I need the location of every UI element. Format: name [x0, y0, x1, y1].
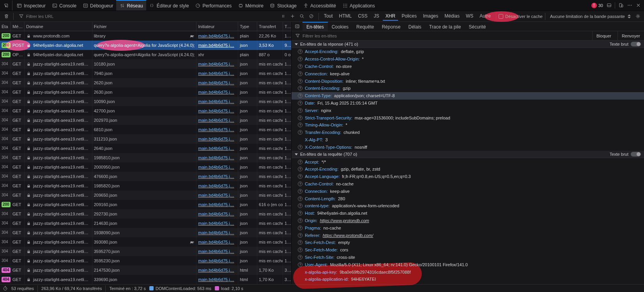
header-row[interactable]: ?Date:Fri, 15 Aug 2025 21:05:14 GMT — [292, 100, 644, 107]
initiator-label[interactable]: main.bd4b6d75.j… — [198, 277, 234, 282]
node-picker-button[interactable] — [0, 0, 12, 11]
header-row[interactable]: ?Strict-Transport-Security:max-age=31536… — [292, 114, 644, 121]
initiator-label[interactable]: main.bd4b6d75.j… — [198, 80, 234, 85]
table-row[interactable]: 200GETwww.protondb.comlibrarymain.bd4b6d… — [0, 31, 291, 41]
initiator-label[interactable]: main.bd4b6d75.j… — [198, 62, 234, 66]
header-row[interactable]: ?Pragma:no-cache — [292, 224, 644, 231]
tab-inspector[interactable]: Inspecteur — [13, 0, 49, 11]
table-row[interactable]: 304GETjazzy-starlight-aeea19.netli…42700… — [0, 106, 291, 116]
header-row[interactable]: ?User-Agent:Mozilla/5.0 (X11; Linux x86_… — [292, 261, 644, 268]
help-icon[interactable]: ? — [298, 57, 303, 61]
help-icon[interactable]: ? — [298, 123, 303, 127]
help-icon[interactable]: ? — [298, 86, 303, 91]
header-row[interactable]: ?Sec-Fetch-Site:cross-site — [292, 254, 644, 261]
column-header-2[interactable]: Domaine — [25, 22, 92, 31]
response-headers-section-header[interactable]: En-têtes de la réponse (471 o) Texte bru… — [292, 41, 644, 48]
help-icon[interactable]: ? — [298, 174, 303, 179]
initiator-label[interactable]: main.bd4b6d75.j… — [198, 202, 234, 207]
header-value[interactable]: https://www.protondb.com — [320, 218, 369, 223]
help-icon[interactable]: ? — [298, 160, 303, 164]
header-row[interactable]: ?Referer:https://www.protondb.com/ — [292, 231, 644, 239]
header-row[interactable]: ?Content-Disposition:inline; filename=a.… — [292, 77, 644, 85]
help-icon[interactable]: ? — [298, 108, 303, 113]
table-row[interactable]: 304GETjazzy-starlight-aeea19.netli…2630.… — [0, 87, 291, 97]
header-value[interactable]: https://www.protondb.com/ — [323, 233, 373, 238]
filter-mdias[interactable]: Médias — [442, 12, 462, 21]
initiator-label[interactable]: main.bd4b6d75.j… — [198, 43, 234, 48]
help-icon[interactable]: ? — [298, 211, 303, 215]
new-request-button[interactable] — [288, 12, 297, 21]
table-row[interactable]: 200OP…94he6yatei-dsn.algolia.netquery?x-… — [0, 50, 291, 59]
help-icon[interactable]: ? — [298, 116, 303, 120]
block-url-button[interactable]: Bloquer — [592, 31, 615, 40]
column-header-5[interactable]: Type — [238, 22, 257, 31]
table-row[interactable]: 304GETjazzy-starlight-aeea19.netli…6810.… — [0, 125, 291, 134]
details-tab-d-lais[interactable]: Délais — [404, 22, 425, 31]
table-row[interactable]: 304GETjazzy-starlight-aeea19.netli…10180… — [0, 59, 291, 69]
raw-toggle[interactable] — [631, 152, 641, 157]
table-row[interactable]: 304GETjazzy-starlight-aeea19.netli…31121… — [0, 134, 291, 144]
initiator-label[interactable]: main.bd4b6d75.j… — [198, 127, 234, 132]
domcontentloaded-time[interactable]: DOMContentLoaded: 563 ms — [149, 286, 211, 291]
initiator-label[interactable]: main.bd4b6d75.j… — [198, 230, 234, 235]
tab-style-editor[interactable]: {}Éditeur de style — [146, 0, 192, 11]
help-icon[interactable]: ? — [298, 49, 303, 54]
filter-css[interactable]: CSS — [355, 12, 370, 21]
table-row[interactable]: 304GETjazzy-starlight-aeea19.netli…19380… — [0, 228, 291, 237]
initiator-label[interactable]: main.bd4b6d75.j… — [198, 109, 234, 113]
header-row[interactable]: ?Access-Control-Allow-Origin:* — [292, 55, 644, 63]
details-tab-trace-de-la-pile[interactable]: Trace de la pile — [425, 22, 465, 31]
table-row[interactable]: 304GETjazzy-starlight-aeea19.netli…39308… — [0, 237, 291, 247]
url-filter-input[interactable] — [26, 14, 279, 19]
header-row[interactable]: ?Accept-Encoding:deflate, gzip — [292, 48, 644, 55]
column-header-4[interactable]: Initiateur — [196, 22, 238, 31]
table-row[interactable]: 304GETjazzy-starlight-aeea19.netli…2620.… — [0, 78, 291, 87]
help-icon[interactable]: ? — [298, 262, 303, 267]
help-icon[interactable]: ? — [298, 247, 303, 252]
filter-polices[interactable]: Polices — [399, 12, 419, 21]
help-icon[interactable]: ? — [298, 218, 303, 223]
initiator-label[interactable]: main.bd4b6d75.j… — [198, 146, 234, 151]
clear-requests-button[interactable] — [2, 12, 11, 21]
header-row[interactable]: x-algolia-api-key:9ba0e69fb2974316cdaec8… — [292, 268, 644, 276]
tab-accessibility[interactable]: Accessibilité — [300, 0, 339, 11]
header-row[interactable]: ?Content-Encoding:gzip — [292, 85, 644, 92]
headers-filter-input[interactable] — [303, 34, 590, 38]
raw-toggle[interactable] — [631, 42, 641, 46]
tab-memory[interactable]: Mémoire — [235, 0, 267, 11]
header-row[interactable]: ?Cache-Control:no-store — [292, 63, 644, 70]
help-icon[interactable]: ? — [298, 226, 303, 230]
load-time[interactable]: load: 2,10 s — [215, 286, 243, 291]
header-row[interactable]: ?Sec-Fetch-Mode:cors — [292, 246, 644, 254]
header-row[interactable]: ?Content-Length:280 — [292, 195, 644, 202]
tab-performance[interactable]: Performances — [192, 0, 235, 11]
header-row[interactable]: ?Sec-Fetch-Dest:empty — [292, 239, 644, 246]
initiator-label[interactable]: main.bd4b6d75.j… — [198, 221, 234, 226]
table-row[interactable]: 304GETjazzy-starlight-aeea19.netli…10090… — [0, 97, 291, 106]
sidebar-toggle-button[interactable] — [292, 22, 303, 31]
table-row[interactable]: 304GETjazzy-starlight-aeea19.netli…20297… — [0, 116, 291, 125]
initiator-label[interactable]: main.bd4b6d75.j… — [198, 249, 234, 254]
filter-html[interactable]: HTML — [336, 12, 354, 21]
column-header-7[interactable]: T… — [283, 22, 291, 31]
throttling-select[interactable]: Aucune limitation de la bande passante — [548, 14, 633, 19]
table-row[interactable]: 304GETjazzy-starlight-aeea19.netli…21463… — [0, 219, 291, 228]
help-icon[interactable]: ? — [298, 189, 303, 194]
tab-storage[interactable]: Stockage — [267, 0, 300, 11]
details-tab-requ-te[interactable]: Requête — [352, 22, 378, 31]
details-tab-en-t-tes[interactable]: En-têtes — [303, 22, 328, 31]
request-headers-section-header[interactable]: En-têtes de la requête (707 o) Texte bru… — [292, 151, 644, 158]
table-row[interactable]: 404GETjazzy-starlight-aeea19.netli…21475… — [0, 265, 291, 275]
header-row[interactable]: ?Timing-Allow-Origin:* — [292, 121, 644, 129]
initiator-label[interactable]: main.bd4b6d75.j… — [198, 268, 234, 272]
help-icon[interactable]: ? — [298, 64, 303, 69]
help-icon[interactable]: ? — [298, 182, 303, 186]
initiator-label[interactable]: main.bd4b6d75.j… — [198, 165, 234, 169]
resend-request-button[interactable]: Renvoyer — [617, 31, 644, 40]
initiator-label[interactable]: main.bd4b6d75.j… — [198, 240, 234, 244]
help-icon[interactable]: ? — [298, 167, 303, 171]
help-icon[interactable]: ? — [298, 130, 303, 135]
initiator-label[interactable]: main.bd4b6d75.j… — [198, 174, 234, 179]
table-row[interactable]: 304GETjazzy-starlight-aeea19.netli…2640.… — [0, 144, 291, 153]
help-icon[interactable]: ? — [298, 145, 303, 150]
